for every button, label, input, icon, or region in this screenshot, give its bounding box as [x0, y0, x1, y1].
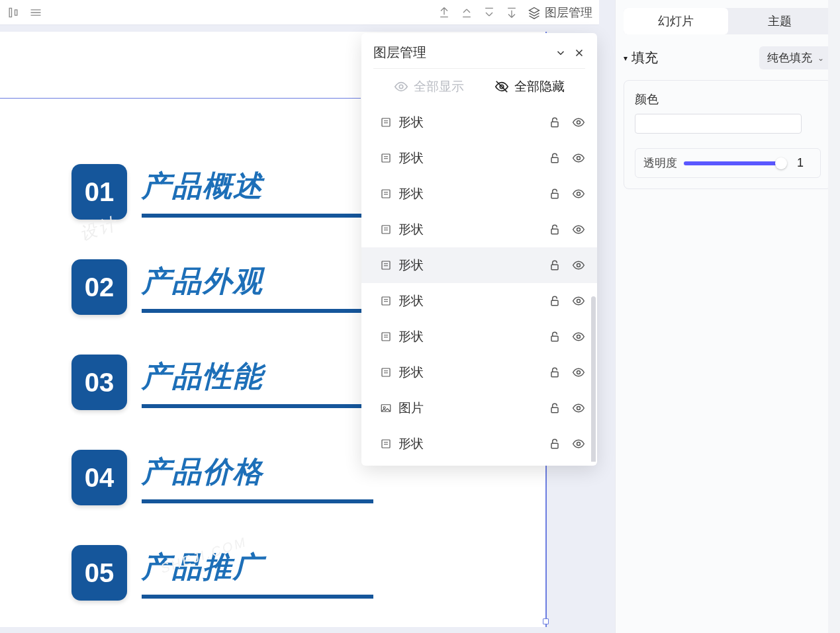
toc-underline: [142, 309, 373, 313]
lock-icon[interactable]: [548, 366, 561, 379]
layer-row[interactable]: 形状: [361, 212, 597, 247]
svg-rect-5: [382, 154, 390, 162]
layer-row[interactable]: 形状: [361, 283, 597, 319]
lock-icon[interactable]: [548, 259, 561, 272]
svg-rect-18: [551, 300, 558, 306]
divider: [373, 68, 585, 69]
layer-label: 形状: [398, 364, 537, 381]
visibility-icon[interactable]: [572, 437, 585, 450]
shape-icon: [380, 366, 392, 378]
toc-number: 02: [71, 259, 127, 315]
toc-title: 产品外观: [142, 262, 373, 301]
layer-row[interactable]: 形状: [361, 176, 597, 212]
lock-icon[interactable]: [548, 151, 561, 165]
visibility-icon[interactable]: [572, 259, 585, 272]
layer-label: 形状: [398, 257, 537, 274]
selection-handle[interactable]: [543, 618, 549, 624]
slider-thumb[interactable]: [775, 157, 787, 169]
visibility-icon[interactable]: [572, 151, 585, 165]
visibility-icon[interactable]: [572, 294, 585, 308]
side-scroll-gutter: [828, 0, 840, 633]
layer-row[interactable]: 形状: [361, 140, 597, 176]
toc-title: 产品性能: [142, 357, 373, 396]
toc-title: 产品概述: [142, 167, 373, 206]
collapse-icon[interactable]: [555, 47, 567, 59]
svg-rect-30: [382, 440, 390, 448]
visibility-icon[interactable]: [572, 401, 585, 415]
svg-point-13: [577, 228, 581, 232]
toc-item[interactable]: 05产品推广: [71, 545, 373, 601]
svg-point-19: [577, 300, 581, 303]
shape-icon: [380, 295, 392, 307]
layer-row[interactable]: 形状: [361, 355, 597, 390]
bring-top-icon[interactable]: [438, 6, 451, 19]
chevron-down-icon: ⌄: [817, 54, 824, 63]
align-vert-icon[interactable]: [7, 6, 20, 19]
shape-icon: [380, 224, 392, 235]
fill-box: 颜色 透明度 1: [624, 80, 832, 189]
lock-icon[interactable]: [548, 223, 561, 236]
visibility-icon[interactable]: [572, 366, 585, 379]
layer-row[interactable]: 形状: [361, 426, 597, 462]
layer-row[interactable]: 图片: [361, 390, 597, 426]
layer-list: 形状形状形状形状形状形状形状形状图片形状: [361, 105, 597, 462]
fill-type-dropdown[interactable]: 纯色填充 ⌄: [759, 46, 832, 69]
lock-icon[interactable]: [548, 294, 561, 308]
align-horiz-icon[interactable]: [29, 6, 42, 19]
svg-rect-31: [551, 443, 558, 448]
svg-rect-11: [382, 226, 390, 233]
toc-underline: [142, 499, 373, 503]
toc-item[interactable]: 02产品外观: [71, 259, 373, 315]
visibility-icon[interactable]: [572, 223, 585, 236]
fill-section-header[interactable]: ▾ 填充: [624, 49, 658, 67]
show-all-button[interactable]: 全部显示: [394, 78, 464, 95]
svg-point-22: [577, 335, 581, 339]
layer-row[interactable]: 形状: [361, 247, 597, 283]
visibility-icon[interactable]: [572, 330, 585, 343]
toc-item[interactable]: 04产品价格: [71, 450, 373, 505]
lock-icon[interactable]: [548, 437, 561, 450]
opacity-slider[interactable]: [684, 161, 782, 165]
shape-icon: [380, 188, 392, 200]
tab-slide[interactable]: 幻灯片: [624, 8, 728, 34]
svg-point-4: [577, 121, 581, 124]
layer-row[interactable]: 形状: [361, 105, 597, 140]
toc-number: 03: [71, 355, 127, 410]
bring-up-icon[interactable]: [460, 6, 473, 19]
send-bottom-icon[interactable]: [505, 6, 518, 19]
layer-row[interactable]: 形状: [361, 319, 597, 355]
opacity-value[interactable]: 1: [788, 156, 812, 170]
opacity-control: 透明度 1: [635, 148, 821, 178]
send-down-icon[interactable]: [483, 6, 496, 19]
toc-item[interactable]: 03产品性能: [71, 355, 373, 410]
svg-rect-14: [382, 261, 390, 269]
toc-underline: [142, 404, 373, 408]
layer-label: 形状: [398, 221, 537, 238]
layer-label: 形状: [398, 292, 537, 310]
lock-icon[interactable]: [548, 116, 561, 129]
shape-icon: [380, 331, 392, 343]
svg-rect-15: [551, 265, 558, 270]
hide-all-button[interactable]: 全部隐藏: [494, 78, 565, 95]
tab-theme[interactable]: 主题: [728, 8, 833, 34]
shape-icon: [380, 152, 392, 164]
layer-label: 形状: [398, 328, 537, 345]
toc-title: 产品价格: [142, 452, 373, 491]
layer-panel: 图层管理 全部显示 全部隐藏 形状形状形状形状形状形状形状形状图片形状: [361, 33, 597, 466]
layer-manage-button[interactable]: 图层管理: [528, 5, 592, 21]
lock-icon[interactable]: [548, 330, 561, 343]
layer-label: 形状: [398, 185, 537, 202]
svg-rect-3: [551, 122, 558, 127]
lock-icon[interactable]: [548, 401, 561, 415]
svg-rect-23: [382, 368, 390, 376]
toc-item[interactable]: 01产品概述: [71, 164, 373, 220]
close-icon[interactable]: [573, 47, 585, 59]
scrollbar-thumb[interactable]: [591, 296, 596, 462]
color-swatch[interactable]: [635, 114, 802, 134]
toc-underline: [142, 214, 373, 218]
lock-icon[interactable]: [548, 187, 561, 200]
visibility-icon[interactable]: [572, 116, 585, 129]
svg-point-29: [577, 407, 581, 410]
color-label: 颜色: [635, 91, 821, 107]
visibility-icon[interactable]: [572, 187, 585, 200]
